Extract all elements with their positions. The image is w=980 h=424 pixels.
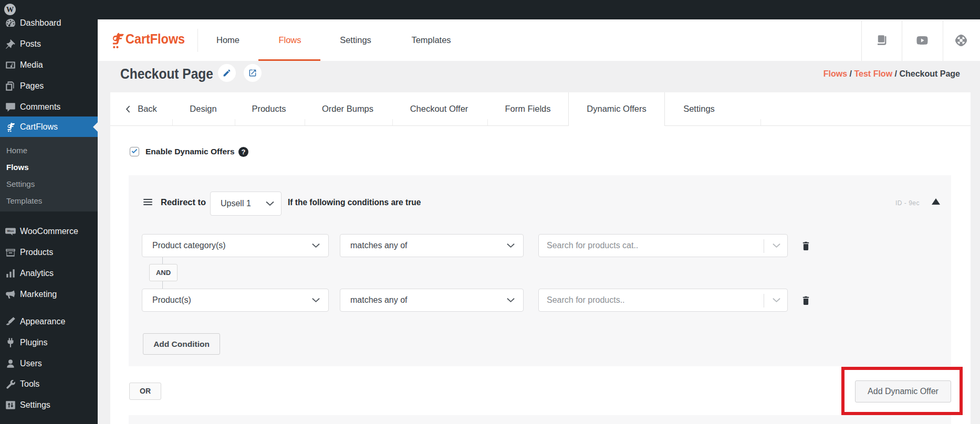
svg-text:Woo: Woo bbox=[7, 229, 14, 232]
